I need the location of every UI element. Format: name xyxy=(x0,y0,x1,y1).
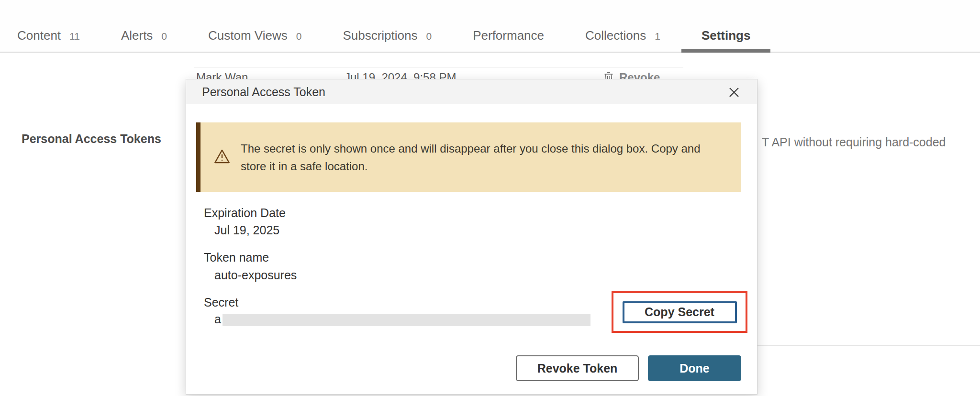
tab-label: Collections xyxy=(585,28,646,43)
revoke-token-button[interactable]: Revoke Token xyxy=(516,355,639,381)
row-action-label: Revoke xyxy=(619,71,660,79)
token-name-value: auto-exposures xyxy=(214,268,297,282)
tab-content[interactable]: Content 11 xyxy=(17,28,80,52)
tab-label: Content xyxy=(17,28,61,43)
tab-label: Alerts xyxy=(121,28,153,43)
warning-message: The secret is only shown once and will d… xyxy=(241,140,701,175)
tab-label: Performance xyxy=(473,28,544,43)
background-description-text: T API without requiring hard-coded xyxy=(762,135,972,149)
personal-access-token-dialog: Personal Access Token The secret is only… xyxy=(186,79,757,395)
tab-collections[interactable]: Collections 1 xyxy=(585,28,660,52)
tab-count: 11 xyxy=(69,31,80,42)
secret-value-visible-char: a xyxy=(214,312,221,326)
close-icon[interactable] xyxy=(725,84,743,101)
dialog-header: Personal Access Token xyxy=(186,79,757,104)
tab-count: 0 xyxy=(296,31,302,42)
expiration-date-label: Expiration Date xyxy=(204,206,286,220)
done-button[interactable]: Done xyxy=(648,355,741,381)
warning-banner: The secret is only shown once and will d… xyxy=(196,122,741,192)
tab-label: Custom Views xyxy=(208,28,288,43)
annotation-highlight-rect: Copy Secret xyxy=(612,291,747,333)
tab-label: Settings xyxy=(702,28,751,43)
tab-count: 0 xyxy=(426,31,432,42)
section-label-personal-access-tokens: Personal Access Tokens xyxy=(22,132,161,146)
background-table-row: Mark Wan Jul 19, 2024, 9:58 PM Revoke xyxy=(194,67,683,79)
tab-settings[interactable]: Settings xyxy=(702,28,751,52)
dialog-title: Personal Access Token xyxy=(202,85,325,99)
tab-count: 0 xyxy=(161,31,167,42)
copy-secret-button[interactable]: Copy Secret xyxy=(623,301,737,323)
background-divider xyxy=(757,345,980,346)
tab-label: Subscriptions xyxy=(343,28,417,43)
secret-redacted-bar xyxy=(223,314,590,326)
tab-custom-views[interactable]: Custom Views 0 xyxy=(208,28,301,52)
tab-alerts[interactable]: Alerts 0 xyxy=(121,28,167,52)
tab-performance[interactable]: Performance xyxy=(473,28,544,52)
row-revoke-action[interactable]: Revoke xyxy=(603,71,660,79)
warning-message-line1: The secret is only shown once and will d… xyxy=(241,142,701,155)
expiration-date-value: Jul 19, 2025 xyxy=(214,223,279,237)
warning-message-line2: store it in a safe location. xyxy=(241,160,368,173)
tab-bar: Content 11 Alerts 0 Custom Views 0 Subsc… xyxy=(0,0,980,53)
tab-count: 1 xyxy=(655,31,660,42)
row-user-name: Mark Wan xyxy=(196,71,248,79)
token-name-label: Token name xyxy=(204,251,269,264)
row-timestamp: Jul 19, 2024, 9:58 PM xyxy=(345,71,456,79)
secret-label: Secret xyxy=(204,296,238,309)
warning-icon xyxy=(214,149,230,166)
tab-subscriptions[interactable]: Subscriptions 0 xyxy=(343,28,432,52)
trash-icon xyxy=(603,71,614,79)
